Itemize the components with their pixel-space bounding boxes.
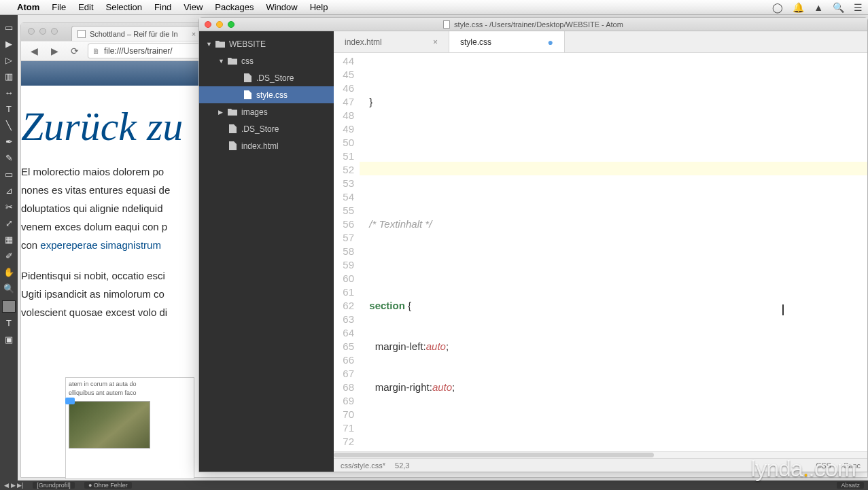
- chevron-down-icon: ▼: [206, 41, 211, 48]
- tree-label: .DS_Store: [241, 124, 279, 134]
- page-tool-icon[interactable]: ▥: [1, 69, 16, 84]
- line-tool-icon[interactable]: ╲: [1, 118, 16, 133]
- tree-view[interactable]: ▼ WEBSITE ▼ css .DS_Store style.css ▶: [199, 31, 334, 472]
- menu-selection[interactable]: Selection: [106, 2, 142, 12]
- tab-label: index.html: [345, 37, 382, 47]
- editor-tabbar: index.html × style.css ●: [334, 31, 867, 53]
- back-button[interactable]: ◀: [27, 44, 41, 58]
- tab-close-icon[interactable]: ×: [433, 37, 438, 47]
- bell-icon[interactable]: 🔔: [793, 2, 804, 13]
- direct-select-icon[interactable]: ▷: [1, 52, 16, 67]
- text-caret-icon: [782, 304, 784, 315]
- tree-label: style.css: [256, 90, 288, 100]
- tree-file[interactable]: .DS_Store: [199, 69, 334, 86]
- image-thumbnail[interactable]: [69, 401, 150, 449]
- tree-folder-css[interactable]: ▼ css: [199, 52, 334, 69]
- code-area[interactable]: } /* Textinhalt */ section { margin-left…: [360, 53, 867, 451]
- file-icon: [228, 124, 237, 133]
- panel-text: atem in corum at auta do: [69, 380, 191, 389]
- selection-tool-icon[interactable]: ▶: [1, 36, 16, 51]
- gap-tool-icon[interactable]: ↔: [1, 85, 16, 100]
- menu-edit[interactable]: Edit: [78, 2, 93, 12]
- folder-icon: [215, 40, 225, 48]
- panel-text: elliquibus ant autem faco: [69, 389, 191, 398]
- document-icon: [443, 20, 450, 29]
- tree-label: WEBSITE: [229, 39, 266, 49]
- scrollbar-thumb[interactable]: [334, 453, 654, 457]
- scissors-icon[interactable]: ✂: [1, 199, 16, 214]
- menu-window[interactable]: Window: [266, 2, 297, 12]
- link-badge-icon: [65, 398, 75, 404]
- measure-icon[interactable]: ⊿: [1, 183, 16, 198]
- illustrator-toolbar: ▭ ▶ ▷ ▥ ↔ T ╲ ✒ ✎ ▭ ⊿ ✂ ⤢ ▦ ✐ ✋ 🔍 T ▣: [0, 15, 18, 480]
- ai-errors: ● Ohne Fehler: [84, 482, 132, 489]
- atom-titlebar: style.css - /Users/trainer/Desktop/WEBSI…: [199, 18, 867, 31]
- menubar-app[interactable]: Atom: [17, 2, 39, 12]
- transform-icon[interactable]: ⤢: [1, 215, 16, 230]
- menu-view[interactable]: View: [184, 2, 203, 12]
- fill-stroke-swatch[interactable]: [2, 300, 16, 313]
- editor-tab-index[interactable]: index.html ×: [334, 31, 449, 52]
- tree-file-selected[interactable]: style.css: [199, 86, 334, 103]
- gradient-icon[interactable]: ▦: [1, 232, 16, 247]
- hand-tool-icon[interactable]: ✋: [1, 264, 16, 279]
- search-icon[interactable]: 🔍: [833, 2, 844, 13]
- status-cursor[interactable]: 52,3: [395, 461, 409, 470]
- tree-label: .DS_Store: [256, 73, 294, 83]
- cloud-icon[interactable]: ◯: [772, 2, 783, 13]
- status-path[interactable]: css/style.css*: [341, 461, 385, 470]
- current-line-highlight: [360, 162, 867, 175]
- atom-traffic-lights[interactable]: [205, 21, 235, 28]
- url-text: file:///Users/trainer/: [104, 46, 173, 56]
- tree-folder-root[interactable]: ▼ WEBSITE: [199, 35, 334, 52]
- reload-button[interactable]: ⟳: [67, 44, 82, 58]
- editor-tab-style[interactable]: style.css ●: [449, 31, 565, 52]
- atom-window-title: style.css - /Users/trainer/Desktop/WEBSI…: [454, 20, 623, 29]
- tree-label: css: [241, 56, 254, 66]
- illustrator-statusbar: ◀ ▶ ▶| [Grundprofil] ● Ohne Fehler Absat…: [0, 480, 868, 490]
- line-gutter: 4445464748495051525354555657585960616263…: [334, 53, 360, 451]
- rect-tool-icon[interactable]: ▭: [1, 167, 16, 181]
- folder-icon: [228, 108, 237, 116]
- forward-button[interactable]: ▶: [47, 44, 62, 58]
- tree-label: index.html: [241, 141, 279, 151]
- unsaved-dot-icon: ●: [548, 37, 553, 47]
- tree-file[interactable]: index.html: [199, 137, 334, 154]
- editor-pane: index.html × style.css ● 444546474849505…: [334, 31, 867, 472]
- menu-help[interactable]: Help: [310, 2, 328, 12]
- chrome-tab-title: Schottland – Reif für die In: [90, 30, 178, 38]
- tree-file[interactable]: .DS_Store: [199, 120, 334, 137]
- pencil-tool-icon[interactable]: ✎: [1, 150, 16, 165]
- pen-tool-icon[interactable]: ✒: [1, 134, 16, 149]
- menu-packages[interactable]: Packages: [215, 2, 254, 12]
- zoom-tool-icon[interactable]: 🔍: [1, 281, 16, 296]
- file-icon: [243, 90, 252, 99]
- ai-paragraph: Absatz: [837, 482, 864, 489]
- drive-icon[interactable]: ▲: [814, 2, 823, 13]
- code-editor[interactable]: 4445464748495051525354555657585960616263…: [334, 53, 867, 451]
- ai-tool[interactable]: ▭: [1, 20, 16, 35]
- tab-label: style.css: [460, 37, 491, 47]
- illustrator-subpanel: atem in corum at auta do elliquibus ant …: [65, 377, 194, 479]
- ai-profile: [Grundprofil]: [33, 482, 75, 489]
- watermark: lynda..com: [751, 455, 856, 482]
- menu-icon[interactable]: ☰: [854, 2, 863, 13]
- page-link[interactable]: expereperae simagnistrum: [40, 239, 161, 251]
- atom-window: style.css - /Users/trainer/Desktop/WEBSI…: [198, 17, 868, 472]
- file-icon: 🗎: [92, 47, 100, 55]
- chrome-tab[interactable]: Schottland – Reif für die In ×: [71, 26, 203, 41]
- tree-folder-images[interactable]: ▶ images: [199, 103, 334, 120]
- type-tool-icon[interactable]: T: [1, 101, 16, 116]
- tree-label: images: [241, 107, 268, 117]
- eyedropper-icon[interactable]: ✐: [1, 248, 16, 263]
- mode-icon[interactable]: T: [1, 315, 16, 330]
- tab-close-icon[interactable]: ×: [192, 30, 196, 38]
- chrome-traffic-lights[interactable]: [28, 28, 58, 35]
- file-icon: [228, 141, 237, 150]
- chevron-down-icon: ▼: [218, 58, 224, 65]
- menu-find[interactable]: Find: [154, 2, 171, 12]
- screen-mode-icon[interactable]: ▣: [1, 332, 16, 347]
- menu-file[interactable]: File: [52, 2, 66, 12]
- mac-menubar: Atom File Edit Selection Find View Packa…: [0, 0, 868, 15]
- file-icon: [243, 73, 252, 82]
